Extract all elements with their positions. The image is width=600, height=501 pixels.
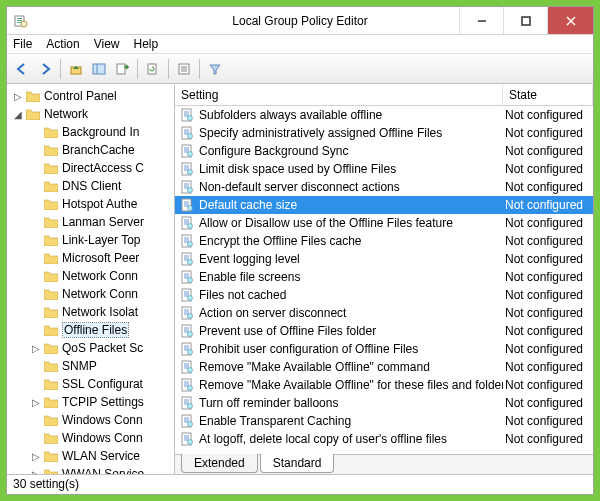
forward-button[interactable] <box>34 58 56 80</box>
tree-item[interactable]: DNS Client <box>7 177 174 195</box>
tree-item-label: Offline Files <box>62 322 129 338</box>
tree-item[interactable]: SSL Configurat <box>7 375 174 393</box>
list-row[interactable]: Allow or Disallow use of the Offline Fil… <box>175 214 593 232</box>
tree-item[interactable]: ▷WLAN Service <box>7 447 174 465</box>
tree-item[interactable]: Network Conn <box>7 285 174 303</box>
tab-standard[interactable]: Standard <box>260 454 335 473</box>
list-row[interactable]: Configure Background SyncNot configured <box>175 142 593 160</box>
list-body[interactable]: Subfolders always available offlineNot c… <box>175 106 593 454</box>
policy-icon <box>179 143 195 159</box>
properties-button[interactable] <box>173 58 195 80</box>
policy-icon <box>179 233 195 249</box>
expander-icon[interactable]: ◢ <box>11 109 25 120</box>
svg-point-42 <box>188 188 193 193</box>
tree-item[interactable]: Network Conn <box>7 267 174 285</box>
folder-icon <box>43 341 59 355</box>
tree-item-label: Windows Conn <box>62 431 143 445</box>
list-row[interactable]: Limit disk space used by Offline FilesNo… <box>175 160 593 178</box>
state-label: Not configured <box>503 306 593 320</box>
svg-point-67 <box>188 278 193 283</box>
refresh-button[interactable] <box>142 58 164 80</box>
expander-icon[interactable]: ▷ <box>29 451 43 462</box>
menu-file[interactable]: File <box>13 37 32 51</box>
up-folder-button[interactable] <box>65 58 87 80</box>
filter-button[interactable] <box>204 58 226 80</box>
list-row[interactable]: Files not cachedNot configured <box>175 286 593 304</box>
tree-item[interactable]: Link-Layer Top <box>7 231 174 249</box>
folder-icon <box>43 305 59 319</box>
export-list-button[interactable] <box>111 58 133 80</box>
svg-rect-2 <box>17 20 22 21</box>
separator-icon <box>168 59 169 79</box>
tree-item-label: Network Isolat <box>62 305 138 319</box>
tree-item[interactable]: Lanman Server <box>7 213 174 231</box>
tree-item[interactable]: ▷WWAN Service <box>7 465 174 474</box>
tree-item[interactable]: DirectAccess C <box>7 159 174 177</box>
folder-icon <box>43 269 59 283</box>
svg-point-97 <box>188 386 193 391</box>
content-area: ▷Control Panel◢NetworkBackground InBranc… <box>7 84 593 474</box>
menu-action[interactable]: Action <box>46 37 79 51</box>
tree-item[interactable]: Background In <box>7 123 174 141</box>
state-label: Not configured <box>503 108 593 122</box>
list-row[interactable]: Turn off reminder balloonsNot configured <box>175 394 593 412</box>
tree-item[interactable]: ▷Control Panel <box>7 87 174 105</box>
state-label: Not configured <box>503 342 593 356</box>
tree-item-label: Link-Layer Top <box>62 233 141 247</box>
list-row[interactable]: Enable file screensNot configured <box>175 268 593 286</box>
setting-label: Encrypt the Offline Files cache <box>199 234 362 248</box>
expander-icon[interactable]: ▷ <box>29 397 43 408</box>
tree-item[interactable]: Network Isolat <box>7 303 174 321</box>
folder-icon <box>25 89 41 103</box>
tree-item[interactable]: ▷QoS Packet Sc <box>7 339 174 357</box>
tree-item[interactable]: Windows Conn <box>7 411 174 429</box>
setting-label: Enable Transparent Caching <box>199 414 351 428</box>
svg-rect-10 <box>93 64 105 74</box>
list-row[interactable]: Default cache sizeNot configured <box>175 196 593 214</box>
menu-view[interactable]: View <box>94 37 120 51</box>
setting-label: Non-default server disconnect actions <box>199 180 400 194</box>
tree-item[interactable]: ◢Network <box>7 105 174 123</box>
svg-point-112 <box>188 440 193 445</box>
list-row[interactable]: Action on server disconnectNot configure… <box>175 304 593 322</box>
list-row[interactable]: Enable Transparent CachingNot configured <box>175 412 593 430</box>
maximize-button[interactable] <box>503 7 547 34</box>
tree-item[interactable]: Microsoft Peer <box>7 249 174 267</box>
state-label: Not configured <box>503 216 593 230</box>
list-row[interactable]: Subfolders always available offlineNot c… <box>175 106 593 124</box>
list-row[interactable]: Encrypt the Offline Files cacheNot confi… <box>175 232 593 250</box>
column-setting[interactable]: Setting <box>175 85 503 105</box>
state-label: Not configured <box>503 414 593 428</box>
policy-icon <box>179 179 195 195</box>
expander-icon[interactable]: ▷ <box>11 91 25 102</box>
tab-extended[interactable]: Extended <box>181 454 258 473</box>
list-row[interactable]: Non-default server disconnect actionsNot… <box>175 178 593 196</box>
tree-item[interactable]: ▷TCPIP Settings <box>7 393 174 411</box>
list-row[interactable]: Remove "Make Available Offline" commandN… <box>175 358 593 376</box>
show-hide-tree-button[interactable] <box>88 58 110 80</box>
minimize-button[interactable] <box>459 7 503 34</box>
tree-item[interactable]: Offline Files <box>7 321 174 339</box>
titlebar[interactable]: Local Group Policy Editor <box>7 7 593 35</box>
tree-item[interactable]: BranchCache <box>7 141 174 159</box>
menu-help[interactable]: Help <box>134 37 159 51</box>
tree-pane[interactable]: ▷Control Panel◢NetworkBackground InBranc… <box>7 85 175 474</box>
folder-icon <box>43 233 59 247</box>
tree-item[interactable]: SNMP <box>7 357 174 375</box>
list-row[interactable]: Remove "Make Available Offline" for thes… <box>175 376 593 394</box>
tree-item[interactable]: Hotspot Authe <box>7 195 174 213</box>
list-row[interactable]: Event logging levelNot configured <box>175 250 593 268</box>
setting-label: Default cache size <box>199 198 297 212</box>
column-state[interactable]: State <box>503 85 593 105</box>
close-button[interactable] <box>547 7 593 34</box>
list-row[interactable]: At logoff, delete local copy of user's o… <box>175 430 593 448</box>
list-row[interactable]: Prohibit user configuration of Offline F… <box>175 340 593 358</box>
list-row[interactable]: Prevent use of Offline Files folderNot c… <box>175 322 593 340</box>
expander-icon[interactable]: ▷ <box>29 343 43 354</box>
svg-rect-1 <box>17 18 22 19</box>
policy-icon <box>179 161 195 177</box>
back-button[interactable] <box>11 58 33 80</box>
separator-icon <box>137 59 138 79</box>
tree-item[interactable]: Windows Conn <box>7 429 174 447</box>
list-row[interactable]: Specify administratively assigned Offlin… <box>175 124 593 142</box>
